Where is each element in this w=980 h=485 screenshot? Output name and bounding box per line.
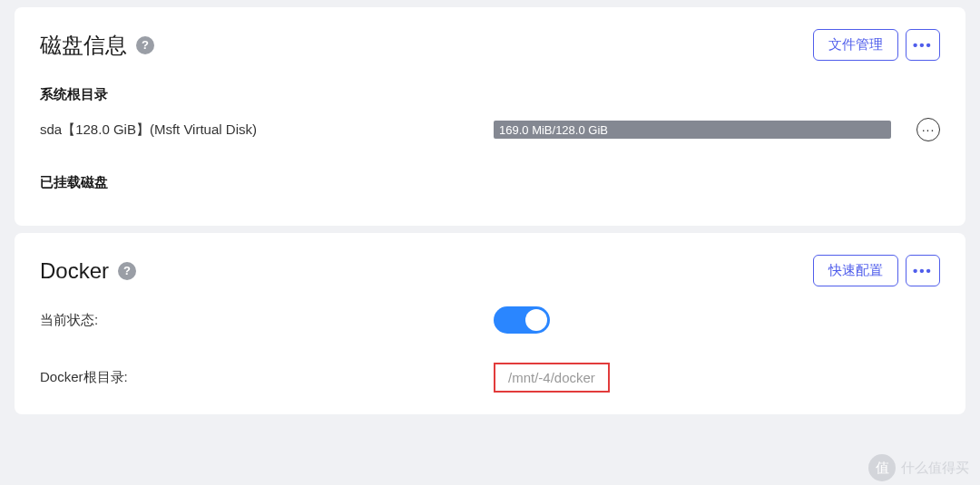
docker-panel: Docker ? 快速配置 ••• 当前状态: Docker根目录: /mnt/… [15,233,965,414]
disk-name-label: sda【128.0 GiB】(Msft Virtual Disk) [40,121,494,139]
docker-panel-header: Docker ? 快速配置 ••• [40,255,940,286]
disk-info-panel: 磁盘信息 ? 文件管理 ••• 系统根目录 sda【128.0 GiB】(Msf… [15,7,965,226]
docker-title: Docker [40,258,109,284]
docker-more-button[interactable]: ••• [906,255,940,286]
docker-root-label: Docker根目录: [40,369,494,386]
quick-config-button[interactable]: 快速配置 [813,255,898,286]
file-manage-button[interactable]: 文件管理 [813,29,898,61]
disk-title-wrap: 磁盘信息 ? [40,31,154,60]
disk-usage-text: 169.0 MiB/128.0 GiB [499,123,608,137]
disk-actions: 文件管理 ••• [813,29,940,61]
disk-usage-bar: 169.0 MiB/128.0 GiB [494,121,891,139]
help-icon[interactable]: ? [136,36,154,54]
disk-title: 磁盘信息 [40,31,127,60]
docker-root-row: Docker根目录: /mnt/-4/docker [40,363,940,393]
watermark: 值 什么值得买 [868,454,969,481]
docker-root-path: /mnt/-4/docker [494,363,610,393]
docker-status-toggle[interactable] [494,306,550,334]
system-root-label: 系统根目录 [40,86,940,103]
docker-title-wrap: Docker ? [40,258,136,284]
disk-panel-header: 磁盘信息 ? 文件管理 ••• [40,29,940,61]
watermark-badge-icon: 值 [868,454,896,481]
docker-status-label: 当前状态: [40,312,494,329]
disk-more-button[interactable]: ••• [906,29,940,61]
disk-row-more-icon[interactable]: ··· [916,118,940,141]
mounted-disks-label: 已挂载磁盘 [40,174,940,191]
disk-row: sda【128.0 GiB】(Msft Virtual Disk) 169.0 … [40,118,940,141]
watermark-text: 什么值得买 [901,460,969,477]
docker-actions: 快速配置 ••• [813,255,940,286]
help-icon[interactable]: ? [118,262,136,280]
docker-status-row: 当前状态: [40,306,940,334]
